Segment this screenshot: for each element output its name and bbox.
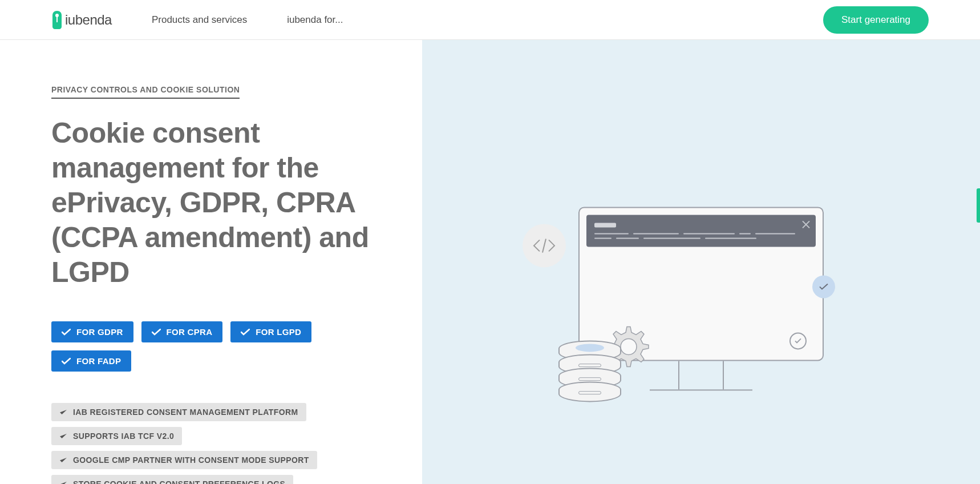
nav-iubenda-for[interactable]: iubenda for... [287, 14, 343, 26]
feature-google-cmp: GOOGLE CMP PARTNER WITH CONSENT MODE SUP… [51, 451, 317, 469]
check-circle-icon [789, 332, 807, 349]
regulation-badges: FOR GDPR FOR CPRA FOR LGPD FOR FADP [51, 321, 388, 372]
check-icon [59, 433, 67, 439]
code-icon [523, 224, 566, 267]
check-icon [62, 329, 71, 336]
feature-label: GOOGLE CMP PARTNER WITH CONSENT MODE SUP… [73, 455, 309, 465]
feature-label: SUPPORTS IAB TCF V2.0 [73, 431, 174, 441]
nav-products[interactable]: Products and services [152, 14, 247, 26]
feature-list: IAB REGISTERED CONSENT MANAGEMENT PLATFO… [51, 403, 388, 484]
main-nav: Products and services iubenda for... [152, 14, 343, 26]
hero-illustration-column [422, 40, 980, 484]
feature-label: IAB REGISTERED CONSENT MANAGEMENT PLATFO… [73, 408, 298, 417]
start-generating-button[interactable]: Start generating [823, 6, 929, 34]
feature-label: STORE COOKIE AND CONSENT PREFERENCE LOGS [73, 479, 285, 484]
check-icon [241, 329, 250, 336]
brand-name: iubenda [65, 12, 112, 28]
badge-gdpr: FOR GDPR [51, 321, 133, 342]
close-icon [802, 220, 810, 228]
hero-text-column: PRIVACY CONTROLS AND COOKIE SOLUTION Coo… [0, 40, 422, 484]
badge-label: FOR LGPD [256, 327, 301, 337]
check-icon [59, 481, 67, 485]
badge-lgpd: FOR LGPD [230, 321, 311, 342]
eyebrow-label: PRIVACY CONTROLS AND COOKIE SOLUTION [51, 85, 240, 99]
feedback-tab[interactable] [977, 188, 980, 223]
badge-label: FOR GDPR [76, 327, 123, 337]
check-icon [59, 409, 67, 416]
site-header: iubenda Products and services iubenda fo… [0, 0, 980, 40]
main-content: PRIVACY CONTROLS AND COOKIE SOLUTION Coo… [0, 40, 980, 484]
badge-label: FOR FADP [76, 356, 121, 366]
feature-iab-registered: IAB REGISTERED CONSENT MANAGEMENT PLATFO… [51, 403, 306, 421]
feature-iab-tcf: SUPPORTS IAB TCF V2.0 [51, 427, 182, 445]
feature-store-logs: STORE COOKIE AND CONSENT PREFERENCE LOGS [51, 475, 293, 484]
page-title: Cookie consent management for the ePriva… [51, 116, 388, 290]
badge-cpra: FOR CPRA [141, 321, 223, 342]
check-circle-accent-icon [812, 275, 835, 298]
monitor-graphic [578, 207, 824, 390]
product-illustration [578, 207, 824, 390]
database-gear-graphic [558, 322, 650, 402]
svg-rect-1 [56, 17, 58, 22]
check-icon [59, 457, 67, 463]
svg-point-2 [621, 338, 637, 354]
badge-label: FOR CPRA [167, 327, 213, 337]
database-icon [558, 347, 621, 402]
badge-fadp: FOR FADP [51, 350, 131, 372]
brand-logo[interactable]: iubenda [51, 11, 112, 29]
check-icon [152, 329, 161, 336]
check-icon [62, 358, 71, 365]
keyhole-icon [51, 11, 63, 29]
cookie-banner-graphic [586, 215, 816, 247]
